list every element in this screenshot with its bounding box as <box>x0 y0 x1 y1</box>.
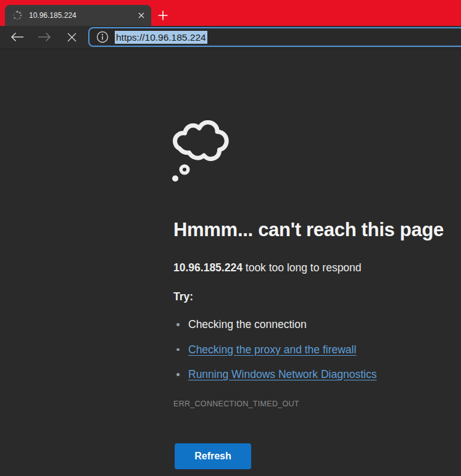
error-subtitle: 10.96.185.224 took too long to respond <box>173 261 362 274</box>
suggestion-list: Checking the connection Checking the pro… <box>173 319 376 394</box>
network-diagnostics-link[interactable]: Running Windows Network Diagnostics <box>188 368 376 380</box>
error-code: ERR_CONNECTION_TIMED_OUT <box>173 400 299 408</box>
suggestion-item: Checking the proxy and the firewall <box>173 344 376 356</box>
url-input[interactable]: https://10.96.185.224 <box>115 31 207 44</box>
refresh-button[interactable]: Refresh <box>175 443 251 469</box>
error-title: Hmmm... can't reach this page <box>173 219 444 241</box>
tab-strip: 10.96.185.224 <box>0 0 461 26</box>
tab-title: 10.96.185.224 <box>29 11 135 20</box>
new-tab-button[interactable] <box>156 9 169 22</box>
browser-toolbar: https://10.96.185.224 <box>0 26 461 49</box>
error-host: 10.96.185.224 <box>173 261 243 274</box>
try-label: Try: <box>173 290 193 303</box>
address-bar[interactable]: https://10.96.185.224 <box>88 27 461 47</box>
suggestion-item: Checking the connection <box>173 319 376 330</box>
back-button[interactable] <box>7 27 27 47</box>
browser-tab[interactable]: 10.96.185.224 <box>5 5 151 26</box>
site-info-icon[interactable] <box>96 31 109 43</box>
tab-close-icon[interactable] <box>135 9 147 22</box>
error-subtitle-text: took too long to respond <box>243 261 362 274</box>
thought-cloud-icon <box>171 120 233 186</box>
forward-button[interactable] <box>35 27 54 47</box>
loading-spinner-icon <box>12 10 22 20</box>
proxy-firewall-link[interactable]: Checking the proxy and the firewall <box>188 343 356 356</box>
stop-button[interactable] <box>62 27 81 47</box>
error-page: Hmmm... can't reach this page 10.96.185.… <box>0 50 461 476</box>
suggestion-text: Checking the connection <box>188 318 307 330</box>
suggestion-item: Running Windows Network Diagnostics <box>173 369 376 380</box>
